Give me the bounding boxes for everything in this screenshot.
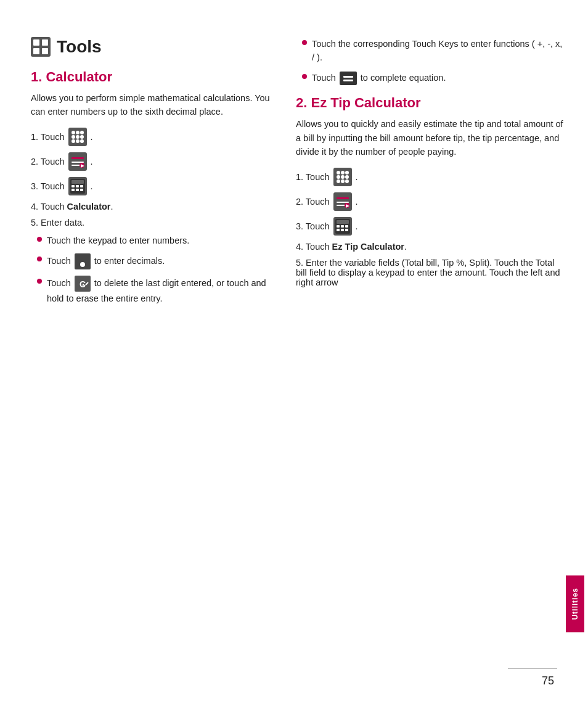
svg-rect-57: [337, 220, 349, 224]
right-column: Touch the corresponding Touch Keys to en…: [290, 37, 563, 669]
step-2-period: .: [91, 157, 93, 166]
svg-point-8: [80, 131, 84, 134]
step-1-label: 1. Touch: [31, 132, 65, 142]
ez-step-3: 3. Touch .: [296, 217, 563, 236]
svg-rect-36: [340, 72, 357, 85]
step-3-icon: [68, 177, 87, 195]
svg-rect-30: [75, 253, 91, 269]
svg-point-10: [76, 135, 80, 139]
step-2-label: 2. Touch: [31, 157, 65, 166]
svg-point-12: [71, 139, 75, 143]
right-bullet-1: Touch the corresponding Touch Keys to en…: [302, 37, 563, 65]
svg-rect-26: [80, 185, 83, 187]
svg-rect-61: [337, 229, 340, 231]
svg-rect-4: [42, 48, 48, 54]
svg-rect-29: [80, 189, 83, 191]
ez-step-3-icon: [333, 217, 352, 236]
calculator-section: 1. Calculator Allows you to perform simp…: [31, 69, 271, 306]
decimal-icon: [75, 253, 91, 269]
svg-point-41: [341, 171, 345, 174]
step-1-icon: [68, 128, 87, 146]
calc-step-4: 4. Touch Calculator.: [31, 202, 271, 211]
ez-tip-section: 2. Ez Tip Calculator Allows you to quick…: [296, 95, 563, 287]
right-sidebar: Utilities: [562, 0, 588, 706]
tools-header: Tools: [31, 37, 271, 57]
svg-point-43: [337, 175, 340, 179]
right-bullet-2-text: Touch to complete equation.: [312, 71, 446, 85]
svg-rect-62: [341, 229, 344, 231]
step-5-text: 5. Enter data.: [31, 218, 84, 228]
ez-step-1-label: 1. Touch: [296, 172, 330, 182]
tools-icon: [31, 37, 51, 57]
right-bullet-dot-1: [302, 40, 307, 45]
calc-step-1: 1. Touch .: [31, 128, 271, 146]
svg-rect-38: [343, 80, 353, 81]
calculator-heading: 1. Calculator: [31, 69, 271, 85]
ez-step-1: 1. Touch .: [296, 168, 563, 186]
calc-bullet-2-text: Touch to enter decimals.: [47, 253, 165, 269]
svg-rect-50: [337, 197, 349, 199]
left-column: Tools 1. Calculator Allows you to perfor…: [31, 37, 290, 669]
step-3-period: .: [91, 181, 93, 191]
calc-bullet-1-text: Touch the keypad to enter numbers.: [47, 234, 189, 247]
svg-rect-23: [71, 180, 84, 184]
equals-icon: [340, 72, 357, 85]
calc-step-5: 5. Enter data.: [31, 218, 271, 228]
svg-point-45: [345, 175, 349, 179]
svg-point-42: [345, 171, 349, 174]
calc-bullet-3: Touch C to delete the last digit entered…: [37, 276, 271, 305]
ez-step-2: 2. Touch ▶ .: [296, 192, 563, 211]
svg-rect-28: [76, 189, 79, 191]
svg-point-14: [80, 139, 84, 143]
svg-rect-17: [71, 162, 84, 163]
ez-step-5: 5. Enter the variable fields (Total bill…: [296, 258, 563, 287]
svg-point-6: [71, 131, 75, 134]
ez-tip-description: Allows you to quickly and easily estimat…: [296, 117, 563, 158]
svg-point-11: [80, 135, 84, 139]
calculator-description: Allows you to perform simple mathematica…: [31, 91, 271, 119]
ez-step-4-text: 4. Touch Ez Tip Calculator.: [296, 242, 407, 252]
svg-rect-63: [345, 229, 348, 231]
right-bullet-2: Touch to complete equation.: [302, 71, 563, 85]
clear-icon: C: [75, 276, 91, 292]
ez-step-1-icon: [333, 168, 352, 186]
svg-rect-51: [337, 202, 349, 203]
step-2-icon: ▶: [68, 152, 87, 171]
page-container: Tools 1. Calculator Allows you to perfor…: [0, 0, 588, 706]
step-4-text: 4. Touch Calculator.: [31, 202, 113, 211]
svg-point-46: [337, 179, 340, 183]
svg-point-40: [337, 171, 340, 174]
ez-step-2-icon: ▶: [333, 192, 352, 211]
svg-text:C: C: [80, 279, 86, 289]
svg-point-47: [341, 179, 345, 183]
right-bullets: Touch the corresponding Touch Keys to en…: [302, 37, 563, 85]
ez-step-4: 4. Touch Ez Tip Calculator.: [296, 242, 563, 252]
svg-rect-60: [345, 225, 348, 228]
svg-rect-2: [42, 39, 48, 46]
divider-line: [508, 668, 557, 669]
ez-step-5-text: 5. Enter the variable fields (Total bill…: [296, 258, 563, 287]
calc-bullet-1: Touch the keypad to enter numbers.: [37, 234, 271, 247]
svg-rect-1: [33, 39, 39, 46]
svg-point-44: [341, 175, 345, 179]
svg-rect-3: [33, 48, 39, 54]
ez-step-2-label: 2. Touch: [296, 197, 330, 207]
ez-step-3-period: .: [356, 221, 358, 231]
ez-step-2-period: .: [356, 197, 358, 207]
svg-rect-18: [71, 165, 80, 166]
svg-rect-24: [71, 185, 75, 187]
calc-bullets: Touch the keypad to enter numbers. Touch…: [37, 234, 271, 306]
utilities-tab: Utilities: [566, 575, 584, 632]
svg-rect-58: [337, 225, 340, 228]
step-1-period: .: [91, 132, 93, 142]
svg-rect-16: [71, 157, 84, 159]
svg-point-13: [76, 139, 80, 143]
svg-point-7: [76, 131, 80, 134]
svg-point-48: [345, 179, 349, 183]
bullet-dot-2: [37, 257, 42, 261]
svg-rect-25: [76, 185, 79, 187]
svg-point-9: [71, 135, 75, 139]
ez-tip-heading: 2. Ez Tip Calculator: [296, 95, 563, 111]
svg-point-31: [80, 262, 85, 267]
ez-step-3-label: 3. Touch: [296, 221, 330, 231]
